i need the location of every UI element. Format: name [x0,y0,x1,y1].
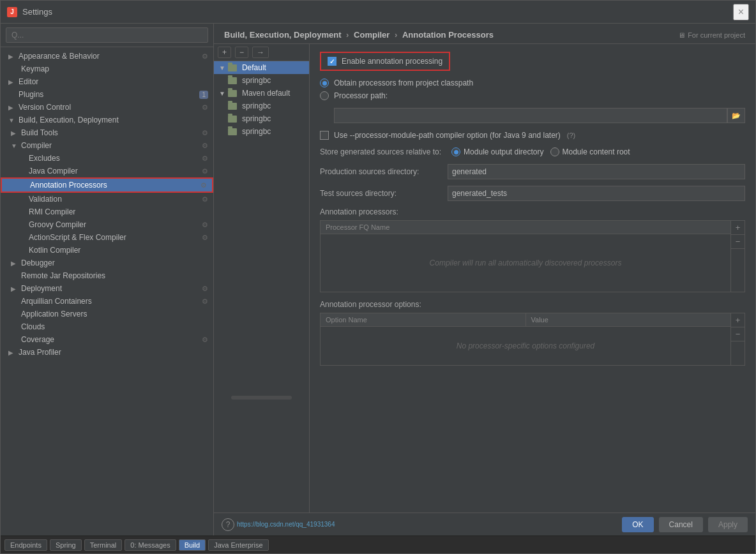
apply-button[interactable]: Apply [708,517,748,532]
sidebar-item-actionscript[interactable]: ActionScript & Flex Compiler ⚙ [1,231,213,244]
test-sources-input[interactable] [448,186,745,201]
sidebar-item-java-profiler[interactable]: ▶ Java Profiler [1,346,213,359]
sidebar-item-coverage[interactable]: Coverage ⚙ [1,333,213,346]
plugins-badge: 1 [199,91,208,99]
ok-button[interactable]: OK [622,517,653,532]
folder-icon [228,103,237,110]
settings-icon: ⚙ [197,167,208,176]
folder-icon [228,64,237,71]
sidebar-item-editor[interactable]: ▶ Editor [1,75,213,88]
processor-path-radio[interactable] [320,91,329,100]
sidebar-item-keymap[interactable]: Keymap [1,63,213,75]
option-value-header: Value [526,313,731,326]
add-profile-button[interactable]: + [218,47,231,58]
options-empty-message: No processor-specific options configured [457,341,595,350]
url-label: https://blog.csdn.net/qq_41931364 [237,521,335,528]
sidebar-item-arquillian[interactable]: Arquillian Containers ⚙ [1,295,213,308]
sidebar-item-label: Keymap [21,64,208,73]
module-content-label: Module content root [563,147,630,156]
processor-module-checkbox[interactable] [320,131,329,140]
sidebar-item-rmi-compiler[interactable]: RMI Compiler [1,206,213,218]
sidebar-item-remote-jar[interactable]: Remote Jar Repositories [1,269,213,282]
profile-maven-default[interactable]: ▼ Maven default [214,87,309,100]
taskbar: Endpoints Spring Terminal 0: Messages Bu… [1,535,755,553]
sidebar-item-deployment[interactable]: ▶ Deployment ⚙ [1,282,213,295]
close-button[interactable]: × [733,4,749,20]
taskbar-endpoints[interactable]: Endpoints [4,539,47,551]
for-project-label: For current project [688,31,745,39]
sidebar-item-label: Plugins [19,90,197,99]
sidebar-item-excludes[interactable]: Excludes ⚙ [1,152,213,165]
processor-module-label: Use --processor-module-path compiler opt… [334,131,561,140]
sidebar-item-label: Build, Execution, Deployment [19,116,208,124]
processor-path-input[interactable] [334,108,727,123]
module-output-radio[interactable] [451,147,460,156]
enable-annotation-label: Enable annotation processing [342,57,442,66]
module-content-option[interactable]: Module content root [550,147,630,156]
obtain-processors-row[interactable]: Obtain processors from project classpath [320,79,745,87]
folder-icon [228,116,237,123]
sidebar-item-version-control[interactable]: ▶ Version Control ⚙ [1,101,213,114]
right-tree: + − → ▼ Default springbc [214,44,310,513]
help-button[interactable]: ? [222,518,234,531]
profile-springbc3[interactable]: springbc [214,112,309,125]
sidebar-item-app-servers[interactable]: Application Servers [1,308,213,320]
sidebar-item-validation[interactable]: Validation ⚙ [1,193,213,206]
breadcrumb-part2: Compiler [354,30,389,40]
obtain-processors-radio[interactable] [320,79,329,87]
sidebar-item-java-compiler[interactable]: Java Compiler ⚙ [1,165,213,177]
module-output-option[interactable]: Module output directory [451,147,543,156]
sidebar-item-build-tools[interactable]: ▶ Build Tools ⚙ [1,126,213,139]
enable-annotation-checkbox[interactable] [328,57,336,66]
sidebar-tree: ▶ Appearance & Behavior ⚙ Keymap ▶ [1,47,213,535]
add-option-button[interactable]: + [731,313,745,327]
sidebar-item-label: Validation [29,195,197,204]
remove-option-button[interactable]: − [731,327,745,341]
profile-default[interactable]: ▼ Default [214,61,309,74]
taskbar-spring[interactable]: Spring [50,539,82,551]
profile-springbc1[interactable]: springbc [214,74,309,87]
arrow-down-icon: ▼ [219,90,225,97]
table-with-toolbar: Processor FQ Name Compiler will run all … [321,221,745,292]
sidebar-item-compiler[interactable]: ▼ Compiler ⚙ [1,139,213,152]
module-content-radio[interactable] [550,147,559,156]
separator-icon: › [395,30,400,40]
options-table-body: No processor-specific options configured [321,327,730,365]
remove-processor-button[interactable]: − [731,235,745,249]
sidebar-item-appearance[interactable]: ▶ Appearance & Behavior ⚙ [1,50,213,63]
sidebar-item-kotlin-compiler[interactable]: Kotlin Compiler [1,244,213,257]
table-main: Processor FQ Name Compiler will run all … [321,221,730,292]
browse-button[interactable]: 📂 [727,108,745,123]
taskbar-terminal[interactable]: Terminal [84,539,123,551]
sidebar-item-debugger[interactable]: ▶ Debugger [1,257,213,269]
production-sources-input[interactable] [448,164,745,179]
settings-icon: ⚙ [195,181,207,190]
sidebar-item-build[interactable]: ▼ Build, Execution, Deployment [1,114,213,126]
settings-icon: ⚙ [197,297,208,306]
table-toolbar: + − [730,221,745,292]
sidebar-item-plugins[interactable]: Plugins 1 [1,88,213,101]
move-profile-button[interactable]: → [252,47,269,58]
sidebar-item-label: Debugger [21,258,208,267]
cancel-button[interactable]: Cancel [659,517,703,532]
module-output-label: Module output directory [464,147,543,156]
production-sources-row: Production sources directory: [320,164,745,179]
search-input[interactable] [6,27,208,43]
sidebar: ▶ Appearance & Behavior ⚙ Keymap ▶ [1,24,214,535]
arrow-down-icon: ▼ [219,64,225,71]
sidebar-item-clouds[interactable]: Clouds [1,320,213,333]
taskbar-java-enterprise[interactable]: Java Enterprise [208,539,268,551]
store-sources-row: Store generated sources relative to: Mod… [320,147,745,156]
main-content: ▶ Appearance & Behavior ⚙ Keymap ▶ [1,24,755,535]
remove-profile-button[interactable]: − [235,47,248,58]
profile-springbc2[interactable]: springbc [214,100,309,112]
sidebar-item-groovy-compiler[interactable]: Groovy Compiler ⚙ [1,218,213,231]
processor-path-row[interactable]: Processor path: [320,91,745,100]
right-tree-toolbar: + − → [214,44,309,61]
taskbar-build[interactable]: Build [179,539,206,551]
taskbar-messages[interactable]: 0: Messages [125,539,176,551]
add-processor-button[interactable]: + [731,221,745,235]
profile-springbc4[interactable]: springbc [214,125,309,138]
sidebar-item-annotation-processors[interactable]: Annotation Processors ⚙ [1,177,213,193]
sidebar-item-label: RMI Compiler [29,207,208,216]
